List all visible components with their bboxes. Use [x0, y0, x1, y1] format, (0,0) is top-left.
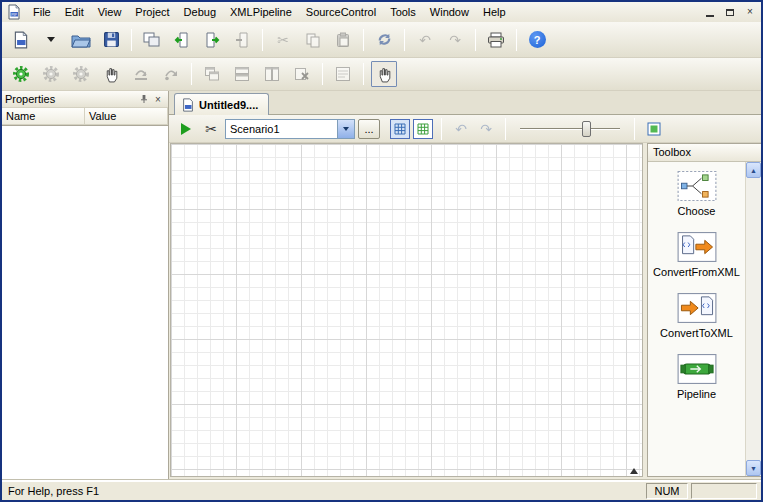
toolbox-title: Toolbox: [648, 144, 761, 162]
debug-button: [38, 61, 64, 87]
scenario-browse-button[interactable]: ...: [358, 119, 380, 139]
menu-view[interactable]: View: [91, 4, 129, 20]
fit-canvas-icon: [647, 122, 661, 136]
toolbar-separator: [131, 29, 132, 51]
open-file-button[interactable]: [68, 27, 94, 53]
preview-tools-button[interactable]: ✂: [200, 118, 222, 140]
undo-check-out-button: [229, 27, 255, 53]
svg-text:PIP: PIP: [11, 13, 17, 17]
redo-button: ↷: [442, 27, 468, 53]
scrollbar-track[interactable]: [746, 178, 761, 460]
pipeline-canvas[interactable]: [170, 143, 643, 477]
auto-hide-pin-button[interactable]: [137, 92, 151, 106]
canvas-scroll-indicator[interactable]: [630, 468, 638, 474]
choose-icon: [677, 170, 717, 204]
check-in-button[interactable]: [199, 27, 225, 53]
execute-button[interactable]: [8, 61, 34, 87]
pip-document-icon[interactable]: PIP: [6, 4, 22, 20]
menu-window[interactable]: Window: [423, 4, 476, 20]
application-window: PIP File Edit View Project Debug XMLPipe…: [0, 0, 763, 502]
copy-button: [300, 27, 326, 53]
save-file-button[interactable]: [98, 27, 124, 53]
new-pipeline-document-button[interactable]: [8, 27, 34, 53]
scenario-dropdown-button[interactable]: [337, 120, 354, 138]
status-help-text: For Help, press F1: [6, 485, 643, 497]
new-document-dropdown-button[interactable]: [38, 27, 64, 53]
help-button[interactable]: ?: [524, 27, 550, 53]
get-latest-icon: [143, 32, 161, 48]
toolbar-separator: [262, 29, 263, 51]
check-out-button[interactable]: [169, 27, 195, 53]
snap-to-grid-toggle[interactable]: [413, 119, 433, 139]
scenario-combobox[interactable]: Scenario1: [225, 119, 355, 139]
main-area: Properties × Name Value: [2, 91, 761, 480]
undo-icon: ↶: [419, 33, 431, 47]
toolbar-separator: [404, 29, 405, 51]
zoom-slider-thumb[interactable]: [582, 121, 591, 137]
show-grid-toggle[interactable]: [390, 119, 410, 139]
fit-to-window-button[interactable]: [643, 118, 665, 140]
menu-sourcecontrol[interactable]: SourceControl: [299, 4, 383, 20]
restore-button[interactable]: [721, 5, 739, 20]
menu-project[interactable]: Project: [128, 4, 176, 20]
toolbox-item-pipeline[interactable]: Pipeline: [648, 353, 745, 400]
scenario-toolbar: ✂ Scenario1 ...: [169, 115, 761, 143]
scenario-value: Scenario1: [226, 123, 337, 135]
status-bar: For Help, press F1 NUM: [2, 480, 761, 500]
close-button[interactable]: ×: [741, 5, 759, 20]
standard-toolbar: ✂ ↶ ↷: [2, 22, 761, 58]
toolbox-panel: Toolbox: [647, 143, 761, 477]
column-header-value[interactable]: Value: [85, 108, 168, 125]
menu-debug[interactable]: Debug: [177, 4, 223, 20]
cascade-windows-button: [199, 61, 225, 87]
menu-edit[interactable]: Edit: [58, 4, 91, 20]
grid-green-icon: [417, 123, 429, 135]
arrange-windows-button: [259, 61, 285, 87]
toolbox-item-convertfromxml[interactable]: ConvertFromXML: [648, 231, 745, 278]
scroll-down-button[interactable]: ▼: [746, 460, 761, 476]
toolbox-item-list: Choose: [648, 162, 745, 476]
document-tab[interactable]: Untitled9....: [174, 93, 269, 115]
properties-close-button[interactable]: ×: [151, 92, 165, 106]
toolbox-scrollbar[interactable]: ▲ ▼: [745, 162, 761, 476]
break-button[interactable]: [98, 61, 124, 87]
get-latest-button[interactable]: [139, 27, 165, 53]
tile-windows-icon: [234, 66, 250, 82]
dropdown-arrow-icon: [47, 37, 55, 42]
print-icon: [487, 32, 505, 48]
menu-tools[interactable]: Tools: [383, 4, 423, 20]
refresh-icon: [376, 31, 393, 48]
refresh-button[interactable]: [371, 27, 397, 53]
minimize-button[interactable]: [701, 5, 719, 20]
canvas-redo-button: ↷: [475, 118, 497, 140]
toolbox-item-choose[interactable]: Choose: [648, 170, 745, 217]
toolbar-separator: [322, 63, 323, 85]
menu-file[interactable]: File: [26, 4, 58, 20]
toolbar-separator: [191, 63, 192, 85]
properties-header: Properties ×: [2, 91, 168, 108]
document-tab-strip: Untitled9....: [169, 91, 761, 115]
column-header-name[interactable]: Name: [2, 108, 85, 125]
properties-list[interactable]: [2, 125, 168, 480]
toolbar-separator: [441, 118, 442, 140]
grid-blue-icon: [394, 123, 406, 135]
properties-panel: Properties × Name Value: [2, 91, 169, 480]
properties-title: Properties: [5, 93, 137, 105]
run-scenario-button[interactable]: [175, 118, 197, 140]
menu-xmlpipeline[interactable]: XMLPipeline: [223, 4, 299, 20]
zoom-slider[interactable]: [520, 119, 620, 139]
pan-mode-toggle[interactable]: [371, 61, 397, 87]
undo-icon: ↶: [455, 122, 467, 136]
pan-hand-icon: [376, 66, 393, 83]
cut-button: ✂: [270, 27, 296, 53]
copy-icon: [305, 32, 321, 48]
menu-help[interactable]: Help: [476, 4, 513, 20]
properties-column-headers: Name Value: [2, 108, 168, 125]
print-button[interactable]: [483, 27, 509, 53]
scissors-icon: ✂: [205, 122, 217, 136]
check-out-icon: [173, 32, 191, 48]
toolbox-item-converttoxml[interactable]: ConvertToXML: [648, 292, 745, 339]
scroll-up-button[interactable]: ▲: [746, 162, 761, 178]
check-in-icon: [203, 32, 221, 48]
debug-toolbar: [2, 58, 761, 91]
